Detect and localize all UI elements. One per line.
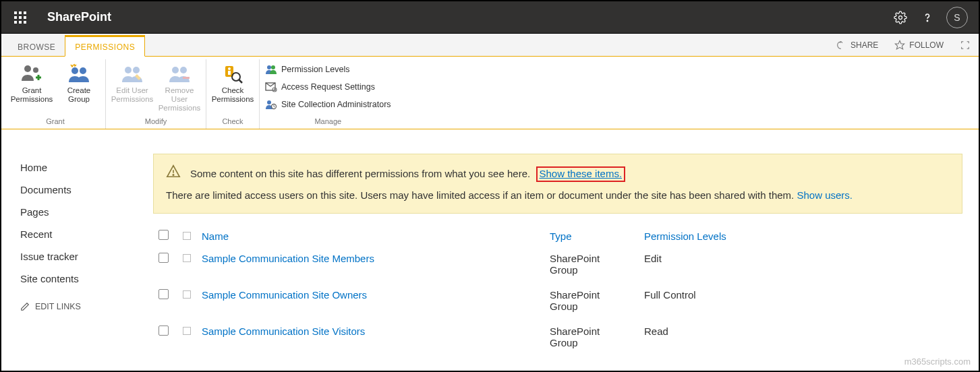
svg-rect-6: [14, 21, 17, 24]
alert-line1-text: Some content on this site has different …: [190, 168, 530, 179]
edit-user-label: Edit User Permissions: [111, 86, 154, 104]
create-group-icon: [67, 62, 90, 85]
table-row: Sample Communication Site Visitors Share…: [153, 319, 962, 355]
nav-home[interactable]: Home: [20, 156, 140, 179]
svg-point-23: [228, 67, 231, 70]
group-icon: [183, 254, 191, 262]
select-all-checkbox[interactable]: [158, 230, 169, 240]
help-icon[interactable]: [914, 4, 941, 31]
ribbon-group-grant-label: Grant: [11, 116, 100, 127]
nav-pages[interactable]: Pages: [20, 201, 140, 223]
grant-permissions-icon: [20, 62, 43, 85]
alert-line2-text: There are limited access users on this s…: [166, 189, 794, 201]
grant-permissions-label: Grant Permissions: [11, 86, 53, 104]
row-checkbox[interactable]: [158, 326, 169, 336]
svg-point-9: [899, 16, 902, 19]
svg-point-31: [267, 100, 271, 104]
site-collection-admins-button[interactable]: Site Collection Administrators: [265, 97, 391, 112]
permissions-table: Name Type Permission Levels Sample Commu…: [153, 226, 962, 355]
remove-user-permissions-button[interactable]: Remove User Permissions: [158, 61, 200, 113]
group-icon: [183, 290, 191, 299]
app-launcher-icon[interactable]: [7, 4, 34, 31]
focus-button[interactable]: [952, 34, 979, 56]
pencil-icon: [20, 302, 30, 311]
user-avatar[interactable]: S: [946, 7, 968, 28]
check-permissions-button[interactable]: Check Permissions: [212, 61, 254, 104]
row-checkbox[interactable]: [158, 253, 169, 263]
follow-button[interactable]: FOLLOW: [886, 34, 952, 56]
grant-permissions-button[interactable]: Grant Permissions: [11, 61, 53, 104]
share-icon: [836, 40, 846, 51]
group-link[interactable]: Sample Communication Site Visitors: [202, 326, 365, 337]
edit-links-label: EDIT LINKS: [35, 302, 81, 311]
group-permission: Edit: [639, 246, 962, 282]
svg-point-10: [927, 20, 927, 21]
group-type: SharePointGroup: [544, 246, 639, 282]
edit-links-button[interactable]: EDIT LINKS: [20, 290, 140, 311]
nav-issue-tracker[interactable]: Issue tracker: [20, 245, 140, 268]
star-icon: [894, 40, 905, 51]
svg-point-12: [24, 65, 31, 72]
permission-levels-icon: [265, 63, 277, 75]
group-permission: Full Control: [639, 282, 962, 319]
svg-point-20: [180, 67, 187, 73]
nav-recent[interactable]: Recent: [20, 223, 140, 245]
tab-browse[interactable]: BROWSE: [8, 37, 65, 56]
nav-documents[interactable]: Documents: [20, 179, 140, 201]
show-items-link[interactable]: Show these items.: [536, 166, 626, 182]
nav-site-contents[interactable]: Site contents: [20, 268, 140, 290]
row-checkbox[interactable]: [158, 289, 169, 299]
left-nav: Home Documents Pages Recent Issue tracke…: [1, 137, 153, 355]
follow-label: FOLLOW: [909, 40, 944, 50]
fullscreen-icon: [960, 40, 971, 51]
edit-user-icon: [121, 62, 144, 85]
ribbon-group-check: Check Permissions Check: [206, 59, 260, 129]
col-permission-levels[interactable]: Permission Levels: [639, 226, 962, 246]
site-collection-admins-label: Site Collection Administrators: [281, 100, 391, 109]
ribbon-group-modify-label: Modify: [111, 116, 200, 127]
access-request-icon: [265, 81, 277, 93]
access-request-label: Access Request Settings: [281, 82, 375, 92]
share-label: SHARE: [851, 40, 878, 50]
tab-permissions[interactable]: PERMISSIONS: [65, 35, 145, 57]
svg-point-18: [133, 67, 140, 73]
create-group-button[interactable]: Create Group: [58, 61, 100, 104]
group-type: SharePointGroup: [544, 319, 639, 355]
app-title: SharePoint: [47, 10, 111, 24]
access-request-button[interactable]: Access Request Settings: [265, 80, 375, 94]
show-users-link[interactable]: Show users.: [797, 189, 853, 201]
svg-point-28: [271, 65, 275, 69]
permission-levels-button[interactable]: Permission Levels: [265, 62, 349, 77]
settings-icon[interactable]: [887, 4, 914, 31]
content-area: Home Documents Pages Recent Issue tracke…: [1, 129, 979, 355]
svg-rect-3: [14, 16, 17, 19]
avatar-initial: S: [954, 12, 960, 23]
remove-user-label: Remove User Permissions: [158, 86, 201, 113]
svg-rect-21: [183, 77, 190, 79]
group-permission: Read: [639, 319, 962, 355]
svg-point-13: [33, 67, 38, 73]
svg-rect-8: [24, 21, 26, 24]
share-button[interactable]: SHARE: [828, 34, 886, 56]
group-icon: [183, 327, 191, 335]
edit-user-permissions-button[interactable]: Edit User Permissions: [111, 61, 153, 104]
col-type[interactable]: Type: [544, 226, 639, 246]
watermark: m365scripts.com: [904, 356, 971, 367]
ribbon-group-modify: Edit User Permissions Remove User Permis…: [106, 59, 206, 129]
alert-box: Some content on this site has different …: [153, 154, 962, 214]
remove-user-icon: [168, 62, 191, 85]
group-link[interactable]: Sample Communication Site Owners: [202, 289, 367, 301]
svg-point-15: [71, 67, 78, 74]
tab-row: BROWSE PERMISSIONS SHARE FOLLOW: [1, 34, 979, 57]
svg-marker-11: [896, 40, 904, 49]
svg-rect-7: [19, 21, 22, 24]
group-link[interactable]: Sample Communication Site Members: [202, 253, 374, 264]
svg-rect-4: [19, 16, 22, 19]
check-permissions-icon: [221, 62, 244, 85]
svg-line-26: [239, 80, 242, 83]
col-name[interactable]: Name: [196, 226, 544, 246]
suite-bar: SharePoint S: [1, 1, 979, 34]
ribbon-group-check-label: Check: [212, 116, 254, 127]
svg-rect-1: [19, 11, 22, 14]
main-content: Some content on this site has different …: [153, 137, 979, 355]
